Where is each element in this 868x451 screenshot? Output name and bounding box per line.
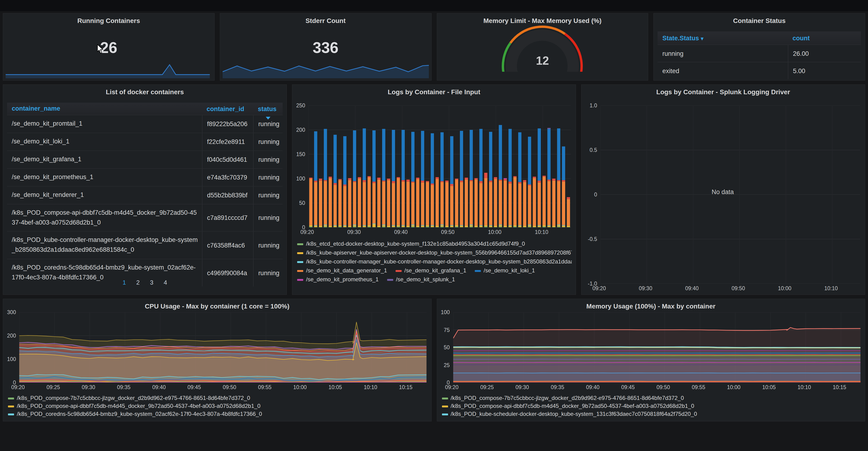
sparkline-running	[6, 63, 212, 78]
y-axis-tick: 150	[296, 151, 305, 157]
page-button-2[interactable]: 2	[136, 279, 140, 286]
cell-state-status: running	[658, 50, 788, 57]
x-axis-tick: 09:50	[732, 285, 745, 291]
x-axis-tick: 09:40	[685, 285, 699, 291]
cell-status: running	[253, 169, 283, 186]
column-header-status[interactable]: status	[253, 105, 283, 112]
legend-item[interactable]: /se_demo_kit_prometheus_1	[297, 276, 379, 283]
legend-item[interactable]: /se_demo_kit_splunk_1	[387, 276, 455, 283]
column-header-container-id[interactable]: container_id	[202, 105, 253, 112]
legend-color-chip	[387, 279, 393, 280]
y-axis-tick: -0.5	[585, 236, 597, 242]
cpu-usage-chart[interactable]: 010020030009:2009:2509:3009:3509:4009:45…	[7, 312, 426, 393]
panel-title-logs-splunk[interactable]: Logs by Container - Splunk Logging Drive…	[582, 85, 865, 96]
legend-color-chip	[442, 413, 448, 415]
legend-color-chip	[297, 243, 303, 245]
page-button-3[interactable]: 3	[150, 279, 153, 286]
memory-legend: /k8s_POD_compose-7b7c5cbbcc-jlzgw_docker…	[442, 395, 861, 418]
grafana-dashboard: Running Containers 26 Stderr Count 336 M…	[0, 0, 868, 451]
x-axis-tick: 09:50	[441, 229, 455, 235]
cell-container-id: f89222b5a206	[202, 115, 253, 133]
legend-item[interactable]: /k8s_kube-apiserver_kube-apiserver-docke…	[297, 249, 572, 257]
panel-container-status: Container Status State.Status▾countrunni…	[654, 13, 865, 81]
panel-logs-file-input: Logs by Container - File Input 050100150…	[292, 84, 576, 295]
legend-label: /se_demo_kit_splunk_1	[396, 276, 455, 283]
legend-item[interactable]: /k8s_POD_kube-scheduler-docker-desktop_k…	[442, 411, 861, 418]
panel-title-memory-usage[interactable]: Memory Usage (100%) - Max by container	[437, 299, 865, 310]
table-row: /k8s_POD_kube-controller-manager-docker-…	[7, 231, 283, 259]
column-header-container-name[interactable]: container_name	[7, 104, 202, 114]
legend-item[interactable]: /k8s_POD_coredns-5c98db65d4-bmbz9_kube-s…	[8, 411, 427, 418]
cell-count: 5.00	[788, 62, 861, 79]
y-axis-tick: 0.5	[585, 147, 597, 153]
table-row: /se_demo_kit_prometheus_1e74a3fc70379run…	[7, 168, 283, 186]
y-axis-tick: 100	[441, 309, 450, 315]
legend-item[interactable]: /k8s_POD_compose-api-dbbf7c5db-m4d45_doc…	[8, 403, 427, 410]
x-axis-tick: 09:40	[586, 384, 600, 390]
legend-item[interactable]: /k8s_POD_compose-api-dbbf7c5db-m4d45_doc…	[442, 403, 861, 410]
x-axis-tick: 09:45	[187, 384, 201, 390]
cell-count: 26.00	[788, 45, 861, 62]
panel-stderr-count: Stderr Count 336	[220, 13, 432, 81]
pagination: 1234	[3, 279, 286, 286]
legend-item[interactable]: /se_demo_kit_data_generator_1	[297, 267, 387, 274]
legend-color-chip	[8, 397, 14, 399]
memory-usage-chart[interactable]: 025507510009:2009:2509:3009:3509:4009:45…	[441, 312, 860, 393]
table-row: /se_demo_kit_loki_1f22cfe2e8911running	[7, 133, 283, 150]
legend-item[interactable]: /k8s_POD_compose-7b7c5cbbcc-jlzgw_docker…	[442, 395, 861, 402]
table-row: /se_demo_kit_promtail_1f89222b5a206runni…	[7, 115, 283, 133]
table-row: running26.00	[658, 44, 861, 62]
cell-status: running	[253, 151, 283, 168]
panel-memory-gauge: Memory Limit - Max Memory Used (%) 12	[437, 13, 648, 81]
x-axis-tick: 10:15	[833, 384, 846, 390]
legend-color-chip	[442, 405, 448, 407]
stat-value-running: 26	[3, 39, 214, 57]
cell-container-name: /se_demo_kit_loki_1	[7, 133, 202, 150]
column-header-count[interactable]: count	[788, 34, 861, 41]
file-input-legend: /k8s_etcd_etcd-docker-desktop_kube-syste…	[297, 241, 572, 283]
page-button-1[interactable]: 1	[123, 279, 126, 286]
x-axis-tick: 10:05	[329, 384, 342, 390]
legend-label: /k8s_POD_compose-api-dbbf7c5db-m4d45_doc…	[451, 403, 694, 410]
cell-container-name: /se_demo_kit_renderer_1	[7, 186, 202, 204]
column-header-state-status[interactable]: State.Status▾	[658, 34, 788, 41]
legend-item[interactable]: /k8s_etcd_etcd-docker-desktop_kube-syste…	[297, 241, 525, 247]
panel-title-container-status[interactable]: Container Status	[654, 13, 865, 24]
cell-container-id: e74a3fc70379	[202, 169, 253, 186]
x-axis-tick: 10:10	[824, 285, 838, 291]
legend-label: /k8s_etcd_etcd-docker-desktop_kube-syste…	[306, 241, 525, 247]
docker-containers-table: container_namecontainer_idstatus/se_demo…	[7, 103, 283, 287]
legend-item[interactable]: /se_demo_kit_grafana_1	[396, 267, 466, 274]
x-axis-tick: 09:25	[480, 384, 494, 390]
x-axis-tick: 10:00	[293, 384, 307, 390]
dashboard-grid: Running Containers 26 Stderr Count 336 M…	[0, 11, 868, 423]
x-axis-tick: 09:30	[516, 384, 529, 390]
x-axis-tick: 10:10	[364, 384, 377, 390]
panel-running-containers: Running Containers 26	[3, 13, 215, 81]
legend-label: /se_demo_kit_prometheus_1	[306, 276, 379, 283]
legend-item[interactable]: /k8s_kube-controller-manager_kube-contro…	[297, 258, 572, 265]
y-axis-tick: 50	[296, 200, 305, 206]
y-axis-tick: 50	[441, 344, 450, 350]
file-input-bar-chart[interactable]: 05010015020025009:2009:3009:4009:5010:00…	[296, 106, 571, 238]
y-axis-tick: 200	[296, 127, 305, 133]
legend-item[interactable]: /k8s_POD_compose-7b7c5cbbcc-jlzgw_docker…	[8, 395, 427, 402]
panel-title-logs-file-input[interactable]: Logs by Container - File Input	[292, 85, 576, 96]
legend-label: /se_demo_kit_grafana_1	[404, 267, 466, 274]
x-axis-tick: 09:55	[692, 384, 705, 390]
panel-title-cpu-usage[interactable]: CPU Usage - Max by container (1 core = 1…	[3, 299, 431, 310]
panel-title-docker-list[interactable]: List of docker containers	[3, 85, 286, 96]
panel-title-stderr-count[interactable]: Stderr Count	[220, 13, 431, 24]
splunk-chart[interactable]: No data 1.00.50-0.5-1.009:2009:3009:4009…	[585, 106, 860, 294]
x-axis-tick: 09:35	[551, 384, 564, 390]
x-axis-tick: 10:10	[798, 384, 811, 390]
legend-color-chip	[396, 270, 402, 272]
panel-title-running-containers[interactable]: Running Containers	[3, 13, 214, 24]
panel-logs-splunk: Logs by Container - Splunk Logging Drive…	[581, 84, 865, 295]
legend-item[interactable]: /se_demo_kit_loki_1	[475, 267, 535, 274]
page-button-4[interactable]: 4	[163, 279, 167, 286]
legend-label: /k8s_POD_coredns-5c98db65d4-bmbz9_kube-s…	[17, 411, 262, 418]
y-axis-tick: 25	[441, 362, 450, 368]
y-axis-tick: 250	[296, 103, 305, 108]
x-axis-tick: 10:10	[535, 229, 548, 235]
